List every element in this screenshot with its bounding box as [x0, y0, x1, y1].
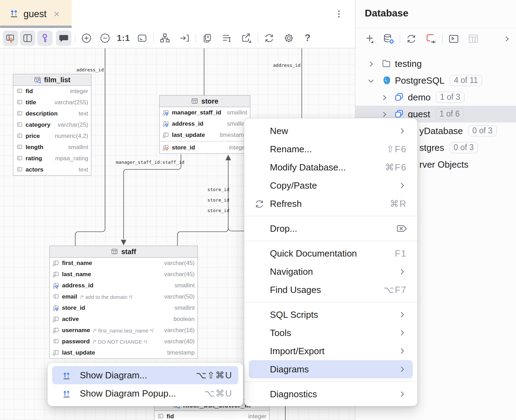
chevron-down-icon[interactable]: [367, 77, 375, 85]
foreign-key-icon: [163, 110, 169, 116]
menu-item-label: Rename...: [270, 144, 312, 155]
menu-item-show-diagram[interactable]: Show Diagram...⌥⇧⌘U: [48, 366, 243, 384]
export-diagram-button[interactable]: [239, 30, 254, 46]
column-row: username/* first_name.last_name */varcha…: [50, 325, 197, 336]
context-menu: NewRename...⇧F6Modify Database...⌘F6Copy…: [244, 118, 418, 406]
menu-item-label: Diagnostics: [270, 389, 317, 400]
chevron-right-icon[interactable]: [381, 94, 388, 102]
diagram-toolbar: 1:1: [0, 28, 355, 48]
table-view-button[interactable]: [465, 31, 481, 47]
column-comment: /* DO NOT CHANGE */: [93, 339, 147, 345]
tree-row-postgresql[interactable]: PostgreSQL4 of 11: [355, 72, 516, 89]
column-name: last_update: [62, 349, 95, 356]
table-header: film_list: [13, 74, 91, 86]
submenu-arrow-icon: [399, 365, 406, 373]
copy-diagram-button[interactable]: [200, 30, 215, 46]
table-node-store[interactable]: storemanager_staff_idsmallintaddress_ids…: [159, 95, 250, 154]
table-name: store: [201, 97, 218, 105]
table-node-staff[interactable]: stafffirst_namevarchar(45)last_namevarch…: [49, 246, 198, 359]
chevron-right-icon[interactable]: [503, 35, 511, 43]
column-name: address_id: [172, 120, 203, 127]
tab-guest[interactable]: guest: [0, 0, 72, 28]
column-type: smallint: [223, 120, 247, 127]
column-name: last_name: [62, 271, 91, 278]
toggle-key-columns-button[interactable]: [3, 30, 18, 46]
fit-content-button[interactable]: [134, 30, 150, 46]
column-type: boolean: [170, 316, 195, 323]
submenu-arrow-icon: [399, 267, 406, 276]
toolbar-separator: [75, 33, 75, 43]
database-toolbar: [355, 28, 516, 49]
zoom-in-button[interactable]: [79, 30, 94, 46]
column-icon: [16, 88, 23, 95]
menu-item-show-diagram-popup[interactable]: Show Diagram Popup...⌥⌘U: [48, 384, 243, 402]
toggle-keys-button[interactable]: [37, 30, 53, 46]
column-row: last_namevarchar(45): [50, 269, 197, 280]
drop-icon: [397, 223, 408, 234]
add-data-source-button[interactable]: [362, 31, 378, 47]
chevron-right-icon[interactable]: [381, 111, 388, 118]
more-options-icon[interactable]: [333, 8, 344, 20]
menu-shortcut: F1: [395, 248, 407, 259]
tree-row-label-partial: yDatabase0 of 3: [419, 125, 497, 136]
menu-item-label: Modify Database...: [270, 162, 346, 173]
column-name: address_id: [62, 282, 93, 289]
edge-label: address_id: [76, 67, 104, 72]
table-icon: [191, 98, 198, 105]
menu-item-import-export[interactable]: Import/Export: [244, 342, 417, 360]
edit-notes-button[interactable]: [219, 30, 235, 46]
menu-item-label: Find Usages: [270, 285, 321, 295]
primary-key-separator: [160, 141, 250, 141]
menu-item-quick-documentation[interactable]: Quick DocumentationF1: [244, 244, 417, 262]
menu-item-label: New: [270, 126, 288, 136]
data-source-properties-button[interactable]: [381, 31, 397, 47]
schema-icon: [395, 92, 404, 102]
close-icon[interactable]: [53, 10, 61, 18]
menu-item-copy-paste[interactable]: Copy/Paste: [244, 176, 417, 195]
menu-item-diagrams[interactable]: Diagrams: [244, 360, 417, 378]
menu-item-sql-scripts[interactable]: SQL Scripts: [244, 306, 417, 324]
column-row: last_updatetimestamp: [160, 130, 250, 141]
column-icon: [53, 350, 60, 356]
settings-gear-icon[interactable]: [281, 30, 297, 46]
menu-shortcut: ⇧F6: [386, 144, 407, 155]
refresh-button[interactable]: [262, 30, 277, 46]
menu-separator: [244, 241, 417, 241]
menu-item-new[interactable]: New: [244, 122, 417, 140]
column-row: descriptiontext: [13, 108, 91, 119]
zoom-out-button[interactable]: [97, 30, 113, 46]
column-type: smallint: [223, 109, 247, 116]
snap-to-grid-button[interactable]: [177, 30, 192, 46]
menu-item-diagnostics[interactable]: Diagnostics: [244, 385, 417, 403]
view-icon: [34, 76, 41, 84]
help-icon[interactable]: ?: [300, 30, 315, 46]
column-icon: [158, 413, 164, 420]
column-name: username: [62, 327, 90, 334]
menu-item-refresh[interactable]: Refresh⌘R: [244, 195, 417, 213]
tree-row-demo[interactable]: demo1 of 3: [355, 89, 516, 106]
toolbar-separator: [153, 33, 154, 43]
menu-item-rename[interactable]: Rename...⇧F6: [244, 140, 417, 158]
query-console-button[interactable]: [446, 31, 462, 47]
table-node-film_list[interactable]: film_listfidintegertitlevarchar(255)desc…: [13, 74, 91, 176]
refresh-button[interactable]: [403, 31, 419, 47]
diagrams-submenu: Show Diagram...⌥⇧⌘UShow Diagram Popup...…: [47, 362, 243, 406]
zoom-level-label[interactable]: 1:1: [113, 33, 134, 43]
disconnect-button[interactable]: [423, 31, 439, 47]
apply-layout-button[interactable]: [157, 30, 173, 46]
column-type: varchar(16): [161, 327, 195, 334]
toggle-comments-button[interactable]: [56, 30, 71, 46]
menu-item-navigation[interactable]: Navigation: [244, 262, 417, 281]
menu-item-find-usages[interactable]: Find Usages⌥F7: [244, 281, 417, 299]
submenu-arrow-icon: [399, 329, 406, 337]
toggle-columns-button[interactable]: [20, 30, 35, 46]
menu-item-modify-database[interactable]: Modify Database...⌘F6: [244, 158, 417, 176]
menu-item-tools[interactable]: Tools: [244, 324, 417, 342]
column-type: text: [75, 110, 88, 117]
column-icon: [16, 99, 23, 106]
menu-item-drop[interactable]: Drop...: [244, 219, 417, 238]
tree-row-testing[interactable]: testing: [355, 55, 516, 72]
menu-shortcut: ⌥F7: [384, 285, 407, 295]
column-type: timestamp: [216, 132, 247, 139]
chevron-right-icon[interactable]: [367, 60, 375, 68]
